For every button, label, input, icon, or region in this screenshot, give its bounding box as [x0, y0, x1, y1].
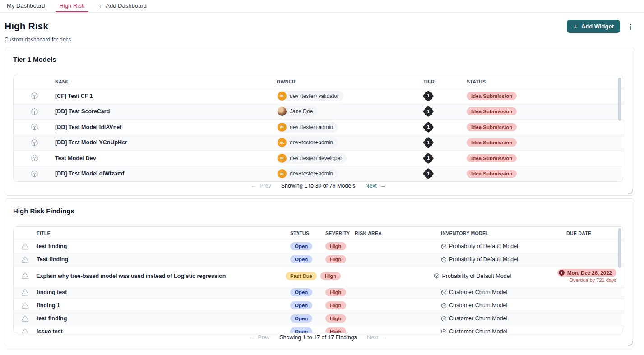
- owner-chip: DE dev+tester+validator: [277, 91, 343, 101]
- severity-badge: High: [320, 272, 341, 280]
- status-cell: Idea Submission: [467, 154, 623, 162]
- table-scrollbar[interactable]: [618, 78, 621, 121]
- table-row[interactable]: test finding Open High Customer Churn Mo…: [14, 312, 623, 325]
- model-cube-icon: [441, 257, 447, 263]
- widget-resize-handle[interactable]: [628, 189, 633, 194]
- tab-my-dashboard[interactable]: My Dashboard: [3, 0, 49, 12]
- warning-triangle-icon: [21, 289, 29, 296]
- table-scrollbar[interactable]: [618, 228, 621, 268]
- column-header-name: NAME: [55, 79, 277, 84]
- status-badge: Idea Submission: [467, 170, 517, 178]
- owner-cell: DE dev+tester+developer: [277, 153, 423, 164]
- page-title: High Risk: [5, 21, 48, 32]
- tier-number: 1: [422, 90, 434, 102]
- finding-title: Test finding: [37, 256, 290, 263]
- tier-badge: 1: [422, 106, 434, 117]
- warning-triangle-icon: [21, 243, 29, 250]
- inventory-model-cell: Customer Churn Model: [441, 302, 566, 309]
- table-row[interactable]: issue test Open High Customer Churn Mode…: [14, 325, 623, 333]
- table-row[interactable]: finding 1 Open High Customer Churn Model: [14, 299, 623, 312]
- warning-triangle-icon: [21, 328, 29, 334]
- tier-number: 1: [422, 137, 434, 148]
- finding-title: finding 1: [37, 302, 290, 309]
- model-cube-icon: [31, 108, 38, 115]
- owner-chip: DE dev+tester+admin: [277, 122, 338, 133]
- inventory-model-name: Customer Churn Model: [449, 315, 507, 322]
- findings-table: TITLE STATUS SEVERITY RISK AREA INVENTOR…: [13, 226, 623, 333]
- status-cell: Idea Submission: [467, 170, 623, 178]
- severity-cell: High: [320, 272, 349, 280]
- finding-title: finding test: [37, 289, 290, 295]
- model-cube-icon: [441, 316, 447, 322]
- finding-icon-cell: [14, 302, 37, 309]
- prev-label: Prev: [259, 183, 271, 189]
- table-row[interactable]: [DD] Test ScoreCard Jane Doe 1 Idea Subm…: [14, 104, 623, 120]
- add-widget-button[interactable]: + Add Widget: [567, 20, 620, 33]
- prev-button[interactable]: ← Prev: [250, 183, 271, 189]
- inventory-model-name: Customer Churn Model: [449, 328, 507, 333]
- severity-cell: High: [325, 242, 355, 250]
- table-row[interactable]: [DD] Test Model IdlAVnef DE dev+tester+a…: [14, 120, 623, 135]
- table-row[interactable]: Explain why tree-based model was used in…: [14, 266, 623, 286]
- status-cell: Open: [290, 288, 325, 296]
- inventory-model-name: Probability of Default Model: [449, 256, 518, 263]
- tier-number: 1: [422, 168, 434, 180]
- prev-button[interactable]: ← Prev: [249, 334, 269, 341]
- severity-badge: High: [325, 327, 346, 333]
- status-cell: Idea Submission: [467, 123, 623, 131]
- column-header-tier: TIER: [423, 79, 467, 84]
- column-header-owner: OWNER: [277, 79, 423, 84]
- pagination-summary: Showing 1 to 17 of 17 Findings: [279, 334, 357, 341]
- column-header-risk-area: RISK AREA: [355, 231, 441, 236]
- table-row[interactable]: Test Model Dev DE dev+tester+developer 1…: [14, 151, 623, 166]
- model-icon-cell: [14, 92, 55, 100]
- tab-label: My Dashboard: [7, 2, 45, 9]
- tier-number: 1: [422, 152, 434, 164]
- due-date-text: Mon, Dec 26, 2022: [567, 270, 612, 276]
- status-cell: Open: [290, 255, 325, 263]
- finding-icon-cell: [14, 272, 36, 280]
- status-badge: Open: [290, 288, 312, 296]
- finding-title: test finding: [37, 243, 290, 249]
- table-row[interactable]: Test finding Open High Probability of De…: [14, 253, 623, 266]
- widget-resize-handle[interactable]: [628, 341, 633, 346]
- model-icon-cell: [14, 154, 55, 162]
- table-row[interactable]: [CF] Test CF 1 DE dev+tester+validator 1…: [14, 88, 623, 104]
- status-cell: Idea Submission: [467, 92, 623, 100]
- table-row[interactable]: test finding Open High Probability of De…: [14, 240, 623, 253]
- tier-badge: 1: [422, 137, 434, 148]
- finding-icon-cell: [14, 256, 37, 263]
- model-icon-cell: [14, 139, 55, 147]
- inventory-model-cell: Probability of Default Model: [434, 273, 557, 279]
- status-badge: Past Due: [286, 272, 317, 280]
- next-button[interactable]: Next →: [365, 183, 385, 189]
- dashboard-tabs: My Dashboard High Risk + Add Dashboard: [0, 0, 644, 13]
- tab-high-risk[interactable]: High Risk: [56, 0, 89, 12]
- models-table: NAME OWNER TIER STATUS [CF] Test CF 1 DE…: [13, 75, 623, 182]
- model-cube-icon: [31, 154, 38, 162]
- tier-badge: 1: [422, 121, 434, 133]
- prev-label: Prev: [258, 334, 269, 341]
- table-row[interactable]: finding test Open High Customer Churn Mo…: [14, 286, 623, 299]
- pagination: ← Prev Showing 1 to 30 of 79 Models Next…: [13, 183, 623, 189]
- more-options-button[interactable]: [626, 22, 635, 31]
- severity-badge: High: [325, 314, 346, 323]
- status-badge: Open: [290, 327, 312, 333]
- column-header-title: TITLE: [37, 231, 290, 236]
- table-row[interactable]: [DD] Test Model YCnUpHsr DE dev+tester+a…: [14, 135, 623, 151]
- tab-add-dashboard[interactable]: + Add Dashboard: [95, 0, 151, 12]
- widget-title: Tier 1 Models: [13, 55, 56, 63]
- plus-icon: +: [573, 23, 577, 30]
- column-header-status: STATUS: [467, 79, 623, 84]
- next-button[interactable]: Next →: [367, 334, 387, 341]
- inventory-model-cell: Probability of Default Model: [441, 256, 566, 263]
- inventory-model-name: Probability of Default Model: [449, 243, 518, 249]
- status-badge: Idea Submission: [467, 107, 517, 115]
- model-icon-cell: [14, 108, 55, 115]
- table-row[interactable]: [DD] Test Model dlWfzamf DE dev+tester+a…: [14, 166, 623, 182]
- inventory-model-cell: Probability of Default Model: [441, 243, 566, 249]
- model-icon-cell: [14, 123, 55, 131]
- finding-icon-cell: [14, 243, 37, 250]
- status-cell: Open: [290, 242, 325, 250]
- warning-triangle-icon: [21, 302, 29, 309]
